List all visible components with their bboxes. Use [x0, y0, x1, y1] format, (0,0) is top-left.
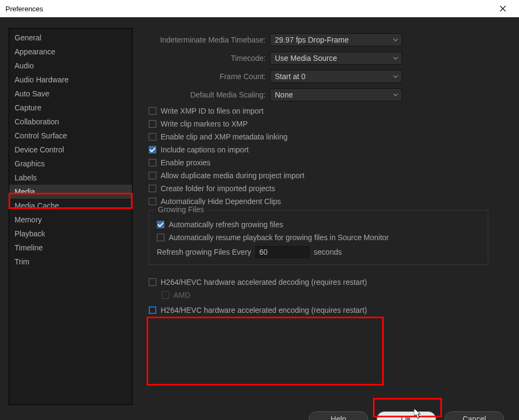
check-label: Automatically Hide Dependent Clips — [161, 197, 281, 206]
check-label: Automatically resume playback for growin… — [169, 233, 389, 242]
sidebar-item-graphics[interactable]: Graphics — [9, 157, 132, 171]
dropdown-timecode-value: Use Media Source — [275, 54, 337, 62]
dropdown-frame-count-value: Start at 0 — [275, 72, 306, 81]
sidebar: General Appearance Audio Audio Hardware … — [9, 28, 133, 405]
close-button[interactable] — [492, 0, 514, 17]
sidebar-item-labels[interactable]: Labels — [9, 171, 132, 185]
check-write-xmp[interactable]: Write XMP ID to files on import — [149, 107, 509, 115]
row-timecode: Timecode: Use Media Source — [149, 52, 509, 65]
sidebar-item-audio[interactable]: Audio — [9, 59, 132, 73]
sidebar-item-audio-hardware[interactable]: Audio Hardware — [9, 73, 132, 87]
sidebar-item-auto-save[interactable]: Auto Save — [9, 87, 132, 101]
check-label: Enable clip and XMP metadata linking — [161, 132, 288, 141]
checkbox-icon[interactable] — [149, 172, 156, 179]
label-scaling: Default Media Scaling: — [149, 90, 270, 99]
sidebar-item-timeline[interactable]: Timeline — [9, 241, 132, 255]
row-scaling: Default Media Scaling: None — [149, 88, 509, 101]
row-frame-count: Frame Count: Start at 0 — [149, 70, 509, 83]
checkbox-icon[interactable] — [149, 198, 156, 205]
checkbox-icon[interactable] — [149, 306, 156, 314]
sidebar-item-collaboration[interactable]: Collaboration — [9, 115, 132, 129]
titlebar: Preferences — [0, 0, 519, 17]
sidebar-item-trim[interactable]: Trim — [9, 255, 132, 269]
settings-panel: Indeterminate Media Timebase: 29.97 fps … — [133, 28, 514, 405]
window-title: Preferences — [5, 5, 43, 13]
checkbox-icon[interactable] — [149, 159, 156, 166]
sidebar-item-playback[interactable]: Playback — [9, 227, 132, 241]
ok-button[interactable]: OK — [377, 411, 436, 420]
checkbox-icon[interactable] — [149, 185, 156, 192]
sidebar-item-media-cache[interactable]: Media Cache — [9, 199, 132, 213]
chevron-down-icon — [393, 36, 398, 44]
sidebar-item-device-control[interactable]: Device Control — [9, 143, 132, 157]
check-write-clip-markers[interactable]: Write clip markers to XMP — [149, 120, 509, 128]
footer: Help OK Cancel — [9, 405, 514, 420]
dialog-body: General Appearance Audio Audio Hardware … — [0, 17, 519, 420]
check-label: Enable proxies — [161, 158, 211, 167]
checkbox-icon — [162, 291, 169, 299]
refresh-interval-input[interactable] — [255, 246, 309, 258]
check-enable-clip-xmp[interactable]: Enable clip and XMP metadata linking — [149, 132, 509, 141]
close-icon — [500, 5, 506, 12]
checkbox-icon[interactable] — [149, 146, 156, 153]
check-auto-hide-clips[interactable]: Automatically Hide Dependent Clips — [149, 197, 509, 206]
check-hw-decode[interactable]: H264/HEVC hardware accelerated decoding … — [149, 278, 509, 286]
dropdown-scaling-value: None — [275, 90, 293, 99]
row-timebase: Indeterminate Media Timebase: 29.97 fps … — [149, 33, 509, 46]
group-growing-files: Growing Files Automatically refresh grow… — [149, 210, 488, 265]
sidebar-item-appearance[interactable]: Appearance — [9, 45, 132, 59]
refresh-row: Refresh growing Files Every seconds — [157, 246, 480, 258]
check-allow-duplicate[interactable]: Allow duplicate media during project imp… — [149, 171, 509, 180]
cancel-button[interactable]: Cancel — [445, 411, 504, 420]
refresh-label-post: seconds — [314, 248, 342, 256]
check-label: H264/HEVC hardware accelerated decoding … — [161, 278, 367, 286]
sidebar-item-media[interactable]: Media — [9, 185, 132, 199]
group-title: Growing Files — [155, 205, 207, 214]
refresh-label-pre: Refresh growing Files Every — [157, 248, 251, 256]
checkbox-icon[interactable] — [157, 234, 164, 241]
checkbox-icon[interactable] — [157, 221, 164, 228]
check-create-folder[interactable]: Create folder for imported projects — [149, 184, 509, 193]
check-label: Write clip markers to XMP — [161, 120, 248, 128]
dropdown-timecode[interactable]: Use Media Source — [270, 52, 402, 65]
label-timecode: Timecode: — [149, 54, 270, 62]
chevron-down-icon — [393, 72, 398, 81]
sidebar-item-capture[interactable]: Capture — [9, 101, 132, 115]
checkbox-icon[interactable] — [149, 120, 156, 128]
checkbox-icon[interactable] — [149, 107, 156, 115]
label-timebase: Indeterminate Media Timebase: — [149, 36, 270, 44]
chevron-down-icon — [393, 90, 398, 99]
sidebar-item-general[interactable]: General — [9, 31, 132, 45]
check-label: AMD — [174, 291, 190, 299]
label-frame-count: Frame Count: — [149, 72, 270, 81]
checkbox-icon[interactable] — [149, 278, 156, 286]
dropdown-timebase[interactable]: 29.97 fps Drop-Frame — [270, 33, 402, 46]
chevron-down-icon — [393, 54, 398, 62]
check-hw-amd: AMD — [149, 291, 509, 299]
dropdown-timebase-value: 29.97 fps Drop-Frame — [275, 36, 349, 44]
check-auto-refresh-growing[interactable]: Automatically refresh growing files — [157, 220, 480, 229]
check-hw-encode[interactable]: H264/HEVC hardware accelerated encoding … — [149, 306, 509, 314]
check-label: Write XMP ID to files on import — [161, 107, 264, 115]
help-button[interactable]: Help — [309, 411, 368, 420]
check-label: Include captions on import — [161, 145, 248, 154]
content: General Appearance Audio Audio Hardware … — [9, 28, 514, 405]
check-enable-proxies[interactable]: Enable proxies — [149, 158, 509, 167]
checkbox-icon[interactable] — [149, 133, 156, 141]
check-label: Automatically refresh growing files — [169, 220, 283, 229]
dropdown-frame-count[interactable]: Start at 0 — [270, 70, 402, 83]
check-auto-resume-growing[interactable]: Automatically resume playback for growin… — [157, 233, 480, 242]
dropdown-scaling[interactable]: None — [270, 88, 402, 101]
check-label: H264/HEVC hardware accelerated encoding … — [161, 306, 367, 314]
check-label: Allow duplicate media during project imp… — [161, 171, 305, 180]
sidebar-item-control-surface[interactable]: Control Surface — [9, 129, 132, 143]
check-label: Create folder for imported projects — [161, 184, 275, 193]
sidebar-item-memory[interactable]: Memory — [9, 213, 132, 227]
check-include-captions[interactable]: Include captions on import — [149, 145, 509, 154]
